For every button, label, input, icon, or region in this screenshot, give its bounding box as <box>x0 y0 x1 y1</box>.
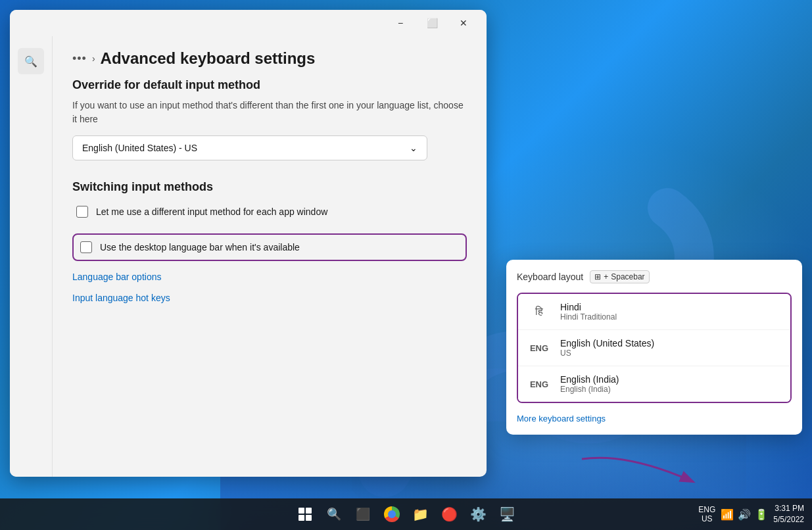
taskbar: 🔍 ⬛ 📁 🔴 ⚙️ 🖥️ ENG US <box>0 498 812 530</box>
eng-us-info: English (United States) US <box>560 338 654 358</box>
tray-clock[interactable]: 3:31 PM 5/5/2022 <box>773 503 804 525</box>
close-button[interactable]: ✕ <box>448 12 479 34</box>
breadcrumb: ••• › Advanced keyboard settings <box>72 49 467 68</box>
breadcrumb-chevron-icon: › <box>92 53 95 64</box>
minimize-button[interactable]: − <box>385 12 416 34</box>
tray-lang-region: US <box>702 514 713 523</box>
list-item[interactable]: ENG English (India) English (India) <box>518 366 790 402</box>
task-view-button[interactable]: ⬛ <box>350 501 376 527</box>
input-method-dropdown[interactable]: English (United States) - US ⌄ <box>72 135 427 160</box>
eng-india-info: English (India) English (India) <box>560 374 619 394</box>
file-explorer-icon: 📁 <box>412 506 429 522</box>
switching-section: Switching input methods Let me use a dif… <box>72 180 467 303</box>
tray-lang-code: ENG <box>698 505 715 514</box>
search-icon: 🔍 <box>24 55 37 68</box>
override-section: Override for default input method If you… <box>72 78 467 160</box>
settings-window: − ⬜ ✕ 🔍 ••• › Advanced keyboard settings… <box>10 10 487 477</box>
list-item[interactable]: ENG English (United States) US <box>518 330 790 366</box>
tray-icons: 📶 🔊 🔋 <box>721 508 768 521</box>
taskbar-center: 🔍 ⬛ 📁 🔴 ⚙️ 🖥️ <box>292 501 521 527</box>
more-keyboard-settings-link[interactable]: More keyboard settings <box>517 414 606 423</box>
override-desc: If you want to use an input method that'… <box>72 99 467 126</box>
app5-button[interactable]: 🔴 <box>437 501 463 527</box>
taskbar-search-button[interactable]: 🔍 <box>321 501 347 527</box>
kb-popup-title: Keyboard layout <box>517 272 583 282</box>
kb-shortcut-badge: ⊞ + Spacebar <box>590 270 649 283</box>
eng-us-code: ENG <box>527 343 551 353</box>
checkbox-different-method[interactable] <box>76 206 88 218</box>
keyboard-layout-popup: Keyboard layout ⊞ + Spacebar हि Hindi Hi… <box>506 260 802 435</box>
tray-time-display: 3:31 PM <box>775 503 804 514</box>
chrome-icon <box>384 506 400 522</box>
wifi-icon[interactable]: 📶 <box>721 508 734 521</box>
eng-india-sub: English (India) <box>560 385 619 394</box>
list-item[interactable]: हि Hindi Hindi Traditional <box>518 294 790 330</box>
eng-us-name: English (United States) <box>560 338 654 349</box>
maximize-button[interactable]: ⬜ <box>417 12 447 34</box>
chrome-button[interactable] <box>379 501 405 527</box>
checkbox-desktop-langbar[interactable] <box>80 241 92 253</box>
checkbox-label-1: Let me use a different input method for … <box>96 206 327 217</box>
language-bar-options-link[interactable]: Language bar options <box>72 272 467 282</box>
app6-button[interactable]: ⚙️ <box>466 501 492 527</box>
title-bar: − ⬜ ✕ <box>10 10 487 36</box>
page-title: Advanced keyboard settings <box>101 49 316 68</box>
tray-language-indicator[interactable]: ENG US <box>698 505 715 524</box>
windows-logo-icon <box>299 508 312 521</box>
sidebar-search-button[interactable]: 🔍 <box>18 48 44 74</box>
windows-key-icon: ⊞ <box>594 272 601 281</box>
spacebar-label: Spacebar <box>611 272 644 281</box>
taskbar-search-icon: 🔍 <box>327 507 341 521</box>
checkbox-label-2: Use the desktop language bar when it's a… <box>100 242 300 253</box>
volume-icon[interactable]: 🔊 <box>738 508 751 521</box>
app6-icon: ⚙️ <box>470 506 487 522</box>
start-button[interactable] <box>292 501 318 527</box>
title-bar-controls: − ⬜ ✕ <box>385 12 479 34</box>
checkbox-row-1: Let me use a different input method for … <box>72 201 467 223</box>
checkbox-row-2-highlighted: Use the desktop language bar when it's a… <box>72 233 467 261</box>
task-view-icon: ⬛ <box>356 507 370 521</box>
dropdown-value: English (United States) - US <box>82 143 197 153</box>
hindi-sub: Hindi Traditional <box>560 312 617 322</box>
breadcrumb-dots[interactable]: ••• <box>72 52 87 66</box>
eng-india-code: ENG <box>527 379 551 389</box>
eng-us-sub: US <box>560 349 654 358</box>
switching-heading: Switching input methods <box>72 180 467 194</box>
kb-popup-header: Keyboard layout ⊞ + Spacebar <box>517 270 792 283</box>
override-heading: Override for default input method <box>72 78 467 92</box>
sidebar: 🔍 <box>10 36 53 477</box>
app5-icon: 🔴 <box>441 506 458 522</box>
app7-button[interactable]: 🖥️ <box>494 501 521 527</box>
main-content: ••• › Advanced keyboard settings Overrid… <box>53 36 487 477</box>
language-list: हि Hindi Hindi Traditional ENG English (… <box>517 293 792 403</box>
hindi-info: Hindi Hindi Traditional <box>560 302 617 322</box>
app7-icon: 🖥️ <box>499 506 515 522</box>
chevron-down-icon: ⌄ <box>410 143 418 153</box>
hindi-name: Hindi <box>560 302 617 312</box>
hindi-code: हि <box>527 306 551 318</box>
file-explorer-button[interactable]: 📁 <box>408 501 434 527</box>
battery-icon[interactable]: 🔋 <box>755 508 768 521</box>
input-language-hotkeys-link[interactable]: Input language hot keys <box>72 293 467 303</box>
shortcut-plus: + <box>604 272 608 281</box>
content-area: 🔍 ••• › Advanced keyboard settings Overr… <box>10 36 487 477</box>
tray-date-display: 5/5/2022 <box>773 514 804 525</box>
taskbar-right: ENG US 📶 🔊 🔋 3:31 PM 5/5/2022 <box>698 503 804 525</box>
eng-india-name: English (India) <box>560 374 619 385</box>
